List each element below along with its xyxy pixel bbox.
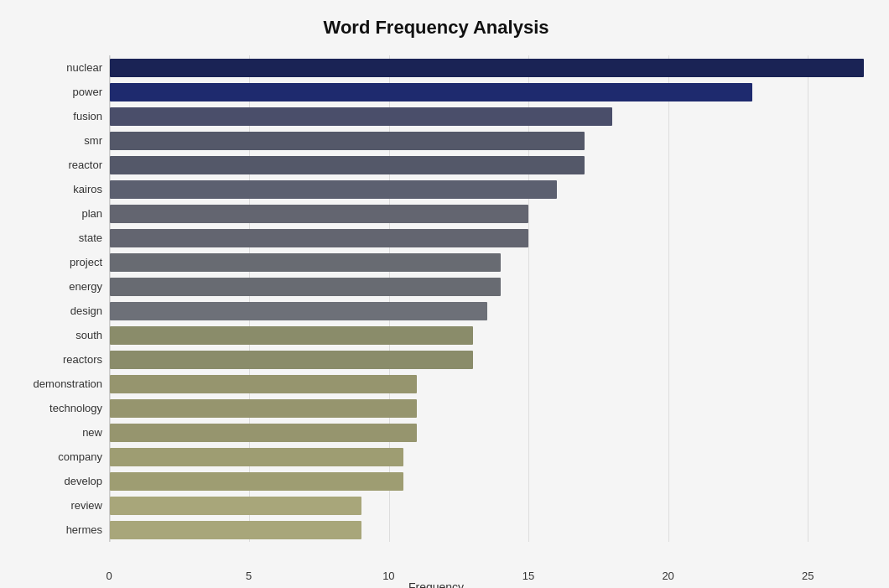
bar-row-power (110, 80, 864, 104)
bar-row-reactors (110, 347, 864, 372)
bar-plan (110, 205, 528, 223)
bar-reactors (110, 351, 473, 369)
y-label-technology: technology (49, 403, 102, 414)
y-label-smr: smr (84, 135, 102, 146)
y-label-nuclear: nuclear (66, 62, 102, 73)
bar-review (110, 497, 361, 515)
y-label-reactor: reactor (69, 159, 102, 170)
y-label-energy: energy (69, 281, 102, 292)
y-label-state: state (79, 232, 102, 243)
bar-row-state (110, 226, 864, 250)
bar-row-design (110, 299, 864, 323)
bar-row-energy (110, 274, 864, 299)
bar-state (110, 229, 528, 247)
bar-row-hermes (110, 518, 864, 542)
y-label-design: design (70, 305, 102, 316)
y-label-south: south (75, 330, 102, 341)
bar-demonstration (110, 375, 417, 393)
bar-row-fusion (110, 104, 864, 128)
bar-smr (110, 132, 585, 150)
bar-row-south (110, 323, 864, 347)
bar-reactor (110, 156, 585, 174)
y-label-fusion: fusion (73, 111, 102, 122)
bar-row-reactor (110, 153, 864, 177)
chart-title: Word Frequency Analysis (8, 17, 864, 39)
bar-row-smr (110, 128, 864, 153)
bar-new (110, 424, 417, 442)
bar-design (110, 302, 487, 320)
y-label-review: review (70, 500, 102, 511)
y-label-power: power (73, 86, 102, 97)
bar-south (110, 326, 473, 345)
bar-row-nuclear (110, 55, 864, 80)
bars-area (109, 55, 864, 542)
bar-company (110, 448, 403, 466)
bar-develop (110, 472, 403, 491)
y-label-reactors: reactors (63, 354, 102, 365)
bar-row-company (110, 445, 864, 469)
y-label-demonstration: demonstration (34, 378, 102, 389)
y-labels: nuclearpowerfusionsmrreactorkairosplanst… (8, 55, 109, 542)
bar-energy (110, 278, 501, 296)
bar-kairos (110, 180, 557, 199)
y-label-plan: plan (81, 208, 102, 219)
chart-container: Word Frequency Analysis nuclearpowerfusi… (0, 0, 889, 588)
bar-nuclear (110, 59, 864, 77)
bar-row-plan (110, 201, 864, 226)
y-label-company: company (58, 451, 102, 462)
bar-project (110, 253, 501, 272)
bar-power (110, 83, 752, 101)
bar-row-project (110, 250, 864, 274)
y-label-kairos: kairos (73, 184, 102, 195)
y-label-new: new (82, 427, 102, 438)
bar-row-demonstration (110, 372, 864, 396)
bar-fusion (110, 107, 612, 126)
bar-row-technology (110, 396, 864, 420)
y-label-develop: develop (64, 476, 102, 487)
bar-row-develop (110, 469, 864, 493)
x-axis-label: Frequency (8, 580, 864, 588)
bar-row-review (110, 493, 864, 518)
bar-technology (110, 399, 417, 418)
bar-hermes (110, 521, 361, 539)
chart-area: nuclearpowerfusionsmrreactorkairosplanst… (8, 55, 864, 542)
bar-row-new (110, 420, 864, 445)
bar-row-kairos (110, 177, 864, 201)
y-label-hermes: hermes (66, 524, 102, 535)
y-label-project: project (70, 257, 102, 268)
